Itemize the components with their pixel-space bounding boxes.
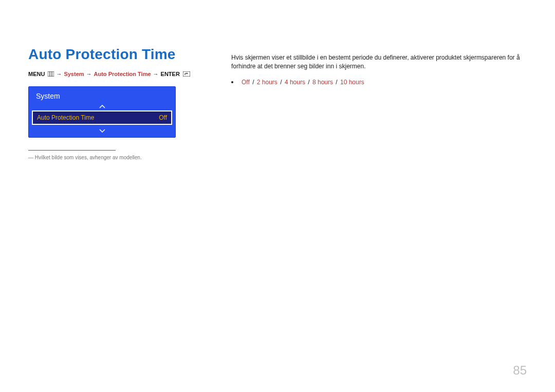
option-sep-3: / bbox=[336, 79, 337, 86]
enter-icon bbox=[183, 71, 190, 77]
footnote-prefix: ― bbox=[28, 155, 33, 160]
option-0: Off bbox=[242, 79, 250, 86]
option-4: 10 hours bbox=[340, 79, 364, 86]
option-1: 2 hours bbox=[257, 79, 278, 86]
option-sep-2: / bbox=[308, 79, 309, 86]
svg-rect-0 bbox=[48, 71, 54, 77]
description-text: Hvis skjermen viser et stillbilde i en b… bbox=[231, 53, 527, 71]
page-title: Auto Protection Time bbox=[28, 46, 206, 63]
breadcrumb-arrow-2: → bbox=[86, 71, 92, 77]
breadcrumb-arrow-3: → bbox=[153, 71, 159, 77]
svg-rect-3 bbox=[183, 71, 190, 77]
chevron-down-icon[interactable] bbox=[99, 126, 105, 135]
option-2: 4 hours bbox=[285, 79, 305, 86]
osd-header: System bbox=[29, 87, 175, 103]
breadcrumb-arrow-1: → bbox=[56, 71, 62, 77]
option-3: 8 hours bbox=[312, 79, 333, 86]
page-number: 85 bbox=[513, 363, 527, 378]
left-column: Auto Protection Time MENU → System → Aut… bbox=[28, 31, 206, 160]
chevron-up-icon[interactable] bbox=[99, 102, 105, 110]
option-sep-1: / bbox=[280, 79, 282, 86]
content-columns: Auto Protection Time MENU → System → Aut… bbox=[28, 31, 527, 160]
osd-up-arrow-row bbox=[29, 103, 175, 109]
option-sep-0: / bbox=[252, 79, 254, 86]
breadcrumb-item: Auto Protection Time bbox=[94, 71, 151, 77]
osd-selected-row[interactable]: Auto Protection Time Off bbox=[32, 110, 172, 125]
breadcrumb-enter: ENTER bbox=[161, 71, 180, 77]
osd-row-label: Auto Protection Time bbox=[37, 114, 94, 121]
options-list: Off / 2 hours / 4 hours / 8 hours / 10 h… bbox=[242, 79, 364, 86]
osd-widget: System Auto Protection Time Off bbox=[28, 86, 176, 138]
bullet-icon bbox=[231, 81, 233, 83]
options-line: Off / 2 hours / 4 hours / 8 hours / 10 h… bbox=[231, 79, 527, 86]
osd-row-value: Off bbox=[159, 114, 167, 121]
breadcrumb-menu: MENU bbox=[28, 71, 45, 77]
breadcrumb-system: System bbox=[64, 71, 84, 77]
menu-grid-icon bbox=[48, 71, 54, 77]
footnote: ― Hvilket bilde som vises, avhenger av m… bbox=[28, 155, 206, 160]
page: Auto Protection Time MENU → System → Aut… bbox=[0, 0, 555, 392]
osd-down-arrow-row bbox=[29, 126, 175, 137]
footnote-text: Hvilket bilde som vises, avhenger av mod… bbox=[35, 155, 142, 160]
osd-header-label: System bbox=[36, 92, 60, 100]
footnote-divider bbox=[28, 150, 116, 151]
right-column: Hvis skjermen viser et stillbilde i en b… bbox=[231, 31, 527, 160]
breadcrumb: MENU → System → Auto Protection Time → E… bbox=[28, 71, 206, 77]
